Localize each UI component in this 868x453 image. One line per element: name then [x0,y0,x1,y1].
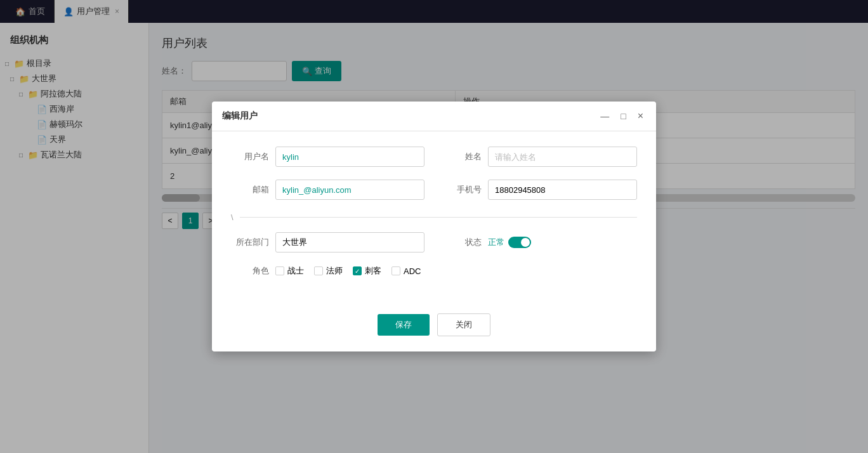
status-toggle-container: 正常 [488,237,531,248]
username-input[interactable] [275,147,424,167]
role-label-mage: 法师 [326,265,343,277]
save-button[interactable]: 保存 [378,314,430,336]
dialog-title: 编辑用户 [222,110,258,122]
role-options: 战士 法师 ✓ 刺客 ADC [275,265,421,277]
dialog-maximize-button[interactable]: □ [618,109,628,123]
form-row-email: 邮箱 手机号 [231,180,637,200]
role-option-adc[interactable]: ADC [391,266,421,276]
toggle-knob [521,238,530,247]
dialog-body: 用户名 姓名 邮箱 手机号 [212,131,656,307]
role-option-mage[interactable]: 法师 [314,265,343,277]
role-label-adc: ADC [404,266,421,276]
checkbox-assassin[interactable]: ✓ [353,266,362,275]
role-label: 角色 [231,265,269,277]
edit-user-dialog: 编辑用户 — □ × 用户名 姓名 [212,102,656,351]
fullname-label: 姓名 [444,151,482,162]
username-label: 用户名 [231,151,269,162]
role-label-assassin: 刺客 [365,265,381,277]
form-group-status: 状态 正常 [444,237,637,248]
status-text: 正常 [488,237,504,248]
form-row-dept: 所在部门 状态 正常 [231,232,637,253]
dialog-minimize-button[interactable]: — [598,109,612,123]
role-label-warrior: 战士 [287,265,304,277]
close-dialog-button[interactable]: 关闭 [437,313,490,336]
checkbox-adc[interactable] [391,266,400,275]
dept-input[interactable] [275,232,424,253]
phone-input[interactable] [488,180,637,200]
form-group-phone: 手机号 [444,180,637,200]
dialog-close-button[interactable]: × [635,109,646,123]
form-group-username: 用户名 [231,147,424,167]
form-row-roles: 角色 战士 法师 ✓ 刺客 A [231,265,637,277]
phone-label: 手机号 [444,184,482,195]
form-group-email: 邮箱 [231,180,424,200]
role-option-assassin[interactable]: ✓ 刺客 [353,265,381,277]
checkbox-warrior[interactable] [275,266,284,275]
fullname-input[interactable] [488,147,637,167]
email-label: 邮箱 [231,184,269,195]
dialog-controls: — □ × [598,109,646,123]
role-option-warrior[interactable]: 战士 [275,265,304,277]
form-group-dept: 所在部门 [231,232,424,253]
email-input[interactable] [275,180,424,200]
dialog-overlay: 编辑用户 — □ × 用户名 姓名 [0,0,868,453]
dept-label: 所在部门 [231,237,269,248]
checkbox-mage[interactable] [314,266,323,275]
dialog-footer: 保存 关闭 [212,307,656,351]
status-label: 状态 [444,237,482,248]
form-group-fullname: 姓名 [444,147,637,167]
dialog-header: 编辑用户 — □ × [212,102,656,131]
status-toggle[interactable] [508,237,531,248]
form-row-username: 用户名 姓名 [231,147,637,167]
